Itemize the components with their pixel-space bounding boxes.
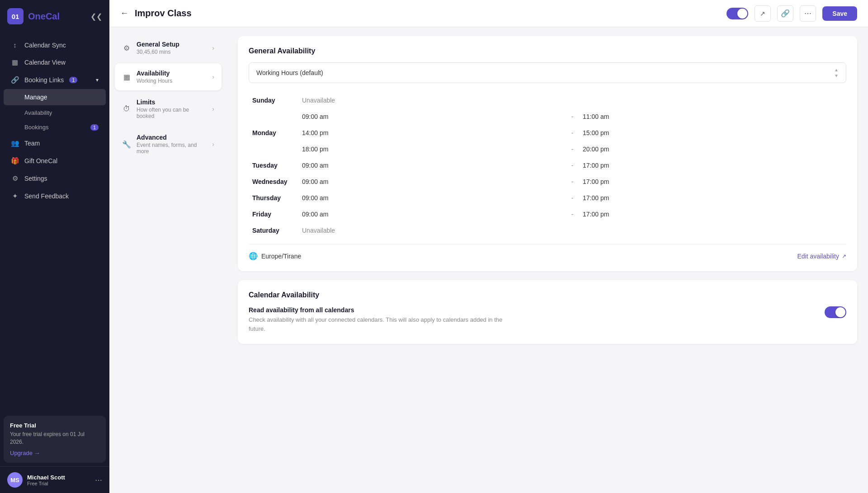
end-time: 11:00 am xyxy=(579,108,846,125)
advanced-icon: 🔧 xyxy=(122,140,131,149)
free-trial-title: Free Trial xyxy=(10,422,99,429)
free-trial-box: Free Trial Your free trial expires on 01… xyxy=(4,416,106,463)
event-toggle[interactable] xyxy=(726,8,748,19)
globe-icon: 🌐 xyxy=(249,252,258,260)
footer-info: Michael Scott Free Trial xyxy=(27,474,90,486)
gift-icon: 🎁 xyxy=(11,157,19,165)
panel-item-sub: Event names, forms, and more xyxy=(137,142,207,155)
sidebar-item-gift-onecal[interactable]: 🎁 Gift OneCal xyxy=(4,152,106,169)
page-title: Improv Class xyxy=(135,8,720,19)
sidebar-item-label: Booking Links xyxy=(24,76,64,84)
start-time: 09:00 am xyxy=(298,157,566,174)
main-content: ← Improv Class ↗ 🔗 ⋯ Save ⚙ General Setu… xyxy=(109,0,868,493)
chevron-right-icon: › xyxy=(212,73,214,80)
panel-item-limits[interactable]: ⏱ Limits How often you can be booked › xyxy=(115,92,222,126)
more-options-button[interactable]: ⋯ xyxy=(800,5,816,22)
right-content: General Availability Working Hours (defa… xyxy=(227,27,868,493)
sidebar-sub-item-availability[interactable]: Availability xyxy=(4,106,106,120)
save-button[interactable]: Save xyxy=(822,6,857,21)
sidebar-item-calendar-sync[interactable]: ↕ Calendar Sync xyxy=(4,37,106,53)
sidebar-item-calendar-view[interactable]: ▦ Calendar View xyxy=(4,54,106,71)
avatar: MS xyxy=(7,472,23,488)
day-label: Friday xyxy=(249,206,298,222)
unavailable-label: Unavailable xyxy=(298,222,846,239)
sidebar-item-team[interactable]: 👥 Team xyxy=(4,135,106,152)
end-time: 20:00 pm xyxy=(579,141,846,157)
link-icon: 🔗 xyxy=(11,76,19,84)
dropdown-value: Working Hours (default) xyxy=(256,69,323,76)
day-label: Saturday xyxy=(249,222,298,239)
feedback-icon: ✦ xyxy=(11,192,19,200)
sidebar-item-booking-links[interactable]: 🔗 Booking Links 1 ▾ xyxy=(4,71,106,89)
table-row: 18:00 pm - 20:00 pm xyxy=(249,141,846,157)
start-time: 09:00 am xyxy=(298,108,566,125)
panel-item-advanced[interactable]: 🔧 Advanced Event names, forms, and more … xyxy=(115,127,222,161)
edit-availability-label: Edit availability xyxy=(797,253,839,260)
link-icon: 🔗 xyxy=(781,9,790,18)
panel-item-general-setup[interactable]: ⚙ General Setup 30,45,60 mins › xyxy=(115,34,222,61)
read-calendars-label: Read availability from all calendars xyxy=(249,306,520,314)
back-button[interactable]: ← xyxy=(120,9,128,18)
external-link-button[interactable]: ↗ xyxy=(755,5,771,22)
schedule-table: Sunday Unavailable Monday 09:00 am - 11:… xyxy=(249,92,846,239)
sidebar-logo: 01 OneCal ❮❮ xyxy=(0,0,109,33)
table-row: Monday 09:00 am - 11:00 am xyxy=(249,108,846,125)
calendar-sync-icon: ↕ xyxy=(11,41,19,49)
table-row: Thursday 09:00 am - 17:00 pm xyxy=(249,190,846,206)
timezone-label: Europe/Tirane xyxy=(261,253,301,260)
timezone-row: 🌐 Europe/Tirane Edit availability ↗ xyxy=(249,244,846,260)
sidebar-item-manage[interactable]: Manage xyxy=(4,89,106,105)
sidebar-collapse-button[interactable]: ❮❮ xyxy=(90,12,102,21)
copy-link-button[interactable]: 🔗 xyxy=(777,5,793,22)
availability-icon: ▦ xyxy=(122,73,131,81)
sidebar-item-label: Manage xyxy=(24,94,47,101)
page-body: ⚙ General Setup 30,45,60 mins › ▦ Availa… xyxy=(109,27,868,493)
start-time: 09:00 am xyxy=(298,206,566,222)
team-icon: 👥 xyxy=(11,139,19,147)
table-row: Wednesday 09:00 am - 17:00 pm xyxy=(249,174,846,190)
bookings-badge: 1 xyxy=(90,124,99,131)
logo-text: OneCal xyxy=(28,11,60,22)
table-row: 14:00 pm - 15:00 pm xyxy=(249,125,846,141)
sidebar-item-send-feedback[interactable]: ✦ Send Feedback xyxy=(4,188,106,205)
read-all-calendars-toggle[interactable] xyxy=(825,306,846,318)
general-availability-card: General Availability Working Hours (defa… xyxy=(238,36,857,271)
start-time: 09:00 am xyxy=(298,190,566,206)
panel-item-sub: 30,45,60 mins xyxy=(137,49,207,55)
unavailable-label: Unavailable xyxy=(298,92,846,108)
chevron-right-icon: › xyxy=(212,105,214,113)
day-label: Wednesday xyxy=(249,174,298,190)
footer-user-sub: Free Trial xyxy=(27,481,90,486)
sidebar-item-label: Settings xyxy=(24,175,47,182)
calendar-view-icon: ▦ xyxy=(11,58,19,66)
table-row: Sunday Unavailable xyxy=(249,92,846,108)
panel-item-availability[interactable]: ▦ Availability Working Hours › xyxy=(115,63,222,90)
logo-box: 01 xyxy=(7,8,24,24)
upgrade-button[interactable]: Upgrade → xyxy=(10,450,40,456)
topbar: ← Improv Class ↗ 🔗 ⋯ Save xyxy=(109,0,868,27)
chevron-right-icon: › xyxy=(212,141,214,148)
panel-item-title: Availability xyxy=(137,70,207,77)
availability-dropdown[interactable]: Working Hours (default) ▲▼ xyxy=(249,62,846,83)
panel-item-title: Limits xyxy=(137,99,207,106)
day-label: Monday xyxy=(249,108,298,157)
general-setup-icon: ⚙ xyxy=(122,44,131,52)
end-time: 17:00 pm xyxy=(579,190,846,206)
dropdown-arrows-icon: ▲▼ xyxy=(834,67,839,78)
start-time: 14:00 pm xyxy=(298,125,566,141)
calendar-availability-row: Read availability from all calendars Che… xyxy=(249,306,846,333)
sidebar-sub-label: Bookings xyxy=(24,124,48,131)
panel-item-sub: Working Hours xyxy=(137,78,207,84)
sidebar-sub-item-bookings[interactable]: Bookings 1 xyxy=(4,120,106,134)
calendar-availability-title: Calendar Availability xyxy=(249,291,846,299)
sidebar-item-settings[interactable]: ⚙ Settings xyxy=(4,170,106,187)
more-options-icon: ⋯ xyxy=(804,9,811,18)
sidebar-item-label: Calendar Sync xyxy=(24,42,66,49)
external-link-icon: ↗ xyxy=(842,253,846,259)
day-label: Tuesday xyxy=(249,157,298,174)
edit-availability-button[interactable]: Edit availability ↗ xyxy=(797,253,846,260)
day-label: Sunday xyxy=(249,92,298,108)
footer-menu-button[interactable]: ⋯ xyxy=(95,476,102,484)
footer-user-name: Michael Scott xyxy=(27,474,90,481)
limits-icon: ⏱ xyxy=(122,105,131,113)
